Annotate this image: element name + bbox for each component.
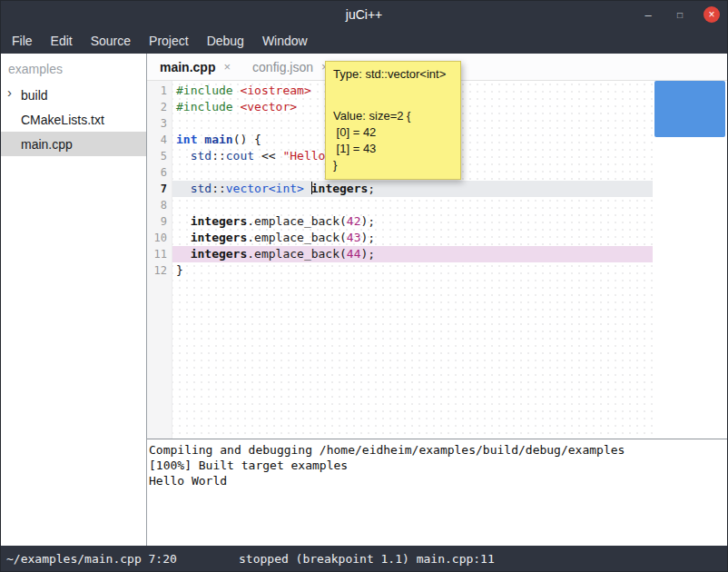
tab-label: main.cpp [160,60,215,74]
close-icon: × [708,9,714,20]
maximize-button[interactable]: □ [672,6,688,23]
expander-icon[interactable]: › [7,84,12,100]
line-number: 3 [147,115,172,132]
output-terminal[interactable]: Compiling and debugging /home/eidheim/ex… [147,439,727,546]
menu-debug[interactable]: Debug [198,28,253,54]
line-number: 11 [147,246,172,262]
code-token: ); [361,247,376,261]
tooltip-value-line: } [333,157,453,173]
code-token: :: [212,182,226,195]
line-number: 6 [147,164,172,181]
tab-label: config.json [252,60,313,74]
code-token: integers [191,231,248,244]
sidebar-item-build[interactable]: ›build [1,83,146,107]
code-token [176,214,191,228]
code-token: #include [176,84,240,97]
code-token: :: [212,149,226,163]
tooltip-value-line: Value: size=2 { [333,108,453,124]
line-code[interactable]: integers.emplace_back(42); [172,213,653,230]
minimize-icon: – [644,8,651,22]
line-number: 9 [147,213,172,230]
code-token: integers [191,214,248,228]
code-token: int [176,133,197,146]
line-code[interactable]: integers.emplace_back(44); [172,246,653,262]
terminal-line: Compiling and debugging /home/eidheim/ex… [149,442,725,458]
scrollbar-thumb[interactable] [654,81,725,137]
line-code[interactable]: std::vector<int> integers; [172,181,653,197]
code-token: 43 [347,231,361,244]
code-token: .emplace_back( [247,231,347,244]
code-token [176,247,191,261]
minimize-button[interactable]: – [640,6,656,23]
code-line-9: 9 integers.emplace_back(42); [147,213,653,230]
app-window: juCi++ – □ × FileEditSourceProjectDebugW… [0,0,728,572]
file-label: build [21,88,48,103]
terminal-line: Hello World [149,473,725,488]
code-line-10: 10 integers.emplace_back(43); [147,230,653,246]
code-token: () { [233,133,261,146]
line-code[interactable]: integers.emplace_back(43); [172,230,653,246]
file-label: CMakeLists.txt [21,113,104,127]
code-token: << [254,149,282,163]
code-token: 44 [347,247,361,261]
code-line-12: 12} [147,262,653,279]
window-controls: – □ × [640,1,720,28]
code-line-8: 8 [147,197,653,213]
menu-project[interactable]: Project [140,28,198,54]
line-number: 4 [147,132,172,148]
tooltip-value-block: Value: size=2 { [0] = 42 [1] = 43} [333,108,453,173]
menu-window[interactable]: Window [253,28,317,54]
line-number: 7 [147,181,172,197]
status-debug-state: stopped (breakpoint 1.1) main.cpp:11 [239,552,495,566]
file-tree: ›buildCMakeLists.txtmain.cpp [1,83,146,156]
project-name: examples [1,54,146,83]
tooltip-value-line: [1] = 43 [333,141,453,157]
window-title: juCi++ [346,7,382,22]
code-token: std [191,182,212,195]
code-token [304,182,311,195]
menu-source[interactable]: Source [82,28,140,54]
sidebar-item-cmakelists-txt[interactable]: CMakeLists.txt [1,107,146,132]
menu-edit[interactable]: Edit [42,28,82,54]
tab-close-icon[interactable]: × [223,60,231,74]
code-token: ); [361,214,376,228]
code-line-11: 11 integers.emplace_back(44); [147,246,653,262]
line-number: 12 [147,262,172,279]
titlebar: juCi++ – □ × [1,1,727,28]
code-token [176,182,191,195]
code-token [176,149,191,163]
menu-file[interactable]: File [3,28,42,54]
code-token: ; [368,182,375,195]
file-tree-panel: examples ›buildCMakeLists.txtmain.cpp [1,54,147,546]
code-token: integers [191,247,248,261]
code-token: integers [311,182,369,195]
tooltip-value-line: [0] = 42 [333,124,453,141]
line-number: 10 [147,230,172,246]
sidebar-item-main-cpp[interactable]: main.cpp [1,132,146,156]
code-token [176,231,191,244]
menubar: FileEditSourceProjectDebugWindow [1,28,727,54]
code-token: 42 [347,214,361,228]
line-number: 8 [147,197,172,213]
code-token: } [176,263,183,277]
code-token: .emplace_back( [247,214,347,228]
terminal-line: [100%] Built target examples [149,458,725,473]
tooltip-type-line: Type: std::vector<int> [333,66,453,83]
line-code[interactable]: } [172,262,653,279]
line-number: 1 [147,83,172,99]
status-file-position: ~/examples/main.cpp 7:20 [6,552,177,566]
status-bar: ~/examples/main.cpp 7:20 stopped (breakp… [1,546,727,571]
code-token: std [191,149,212,163]
editor-scrollbar[interactable] [653,81,727,439]
line-code[interactable] [172,197,653,213]
code-token: main [204,133,232,146]
code-line-7: 7 std::vector<int> integers; [147,181,653,197]
code-token: #include [176,100,240,113]
code-token: vector [226,182,269,195]
code-token: .emplace_back( [247,247,347,261]
line-number: 2 [147,99,172,115]
code-token: <vector> [240,100,297,113]
code-token: <iostream> [240,84,310,97]
tab-main-cpp[interactable]: main.cpp× [149,54,241,80]
close-button[interactable]: × [703,6,720,23]
